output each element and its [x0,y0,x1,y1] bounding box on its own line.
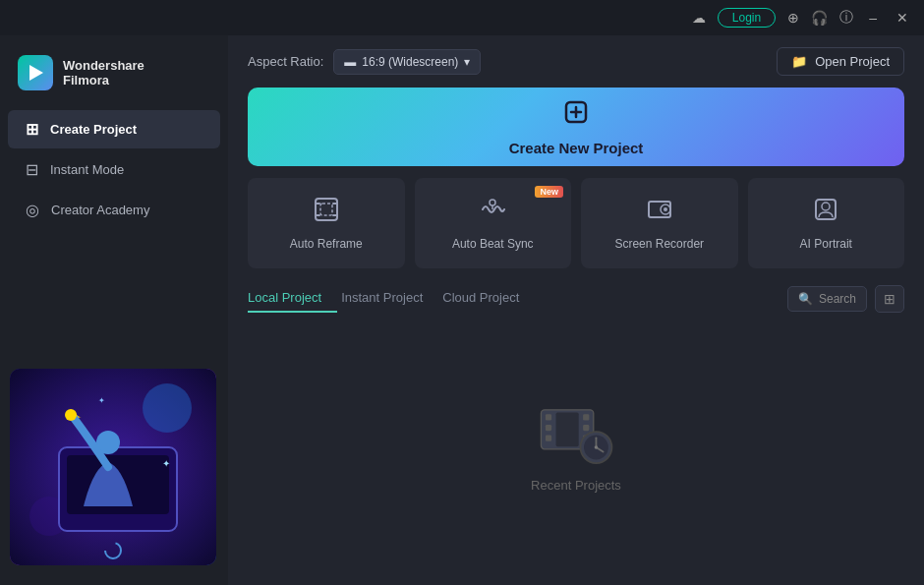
search-icon: 🔍 [798,292,813,306]
sidebar-illustration: ✦ ✦ ✦ [0,359,228,575]
svg-marker-0 [29,65,43,81]
title-bar: ☁ Login ⊕ 🎧 ⓘ – ✕ [0,0,924,35]
create-new-project-banner[interactable]: Create New Project [248,88,904,166]
sidebar-item-create-project-label: Create Project [50,122,137,137]
project-tabs: Local Project Instant Project Cloud Proj… [248,284,539,313]
feature-cards: Auto Reframe New Auto Beat Sync [248,178,904,268]
empty-state-label: Recent Projects [531,478,621,493]
logo-icon [18,55,53,90]
sidebar-item-creator-academy[interactable]: ◎ Creator Academy [8,191,220,229]
auto-reframe-label: Auto Reframe [290,237,363,251]
feature-card-auto-reframe[interactable]: Auto Reframe [248,178,405,268]
logo-text: Wondershare Filmora [63,58,144,88]
screen-recorder-label: Screen Recorder [614,237,704,251]
info-icon[interactable]: ⓘ [839,9,853,27]
grid-toggle-button[interactable]: ⊞ [875,285,904,313]
new-badge: New [535,186,563,198]
logo-subtitle: Filmora [63,73,144,88]
monitor-icon: ▬ [344,55,356,69]
creator-academy-icon: ◎ [26,201,39,219]
logo-title: Wondershare [63,58,144,73]
auto-beat-sync-label: Auto Beat Sync [452,237,534,251]
create-project-icon: ⊞ [26,120,38,139]
svg-point-2 [143,383,192,433]
chevron-down-icon: ▾ [464,55,470,69]
create-banner-label: Create New Project [509,140,644,156]
title-bar-icons: ☁ Login ⊕ 🎧 ⓘ – ✕ [692,8,912,28]
aspect-ratio-label: Aspect Ratio: [248,54,323,69]
search-placeholder: Search [819,292,856,306]
open-project-label: Open Project [815,54,890,69]
app-logo: Wondershare Filmora [0,45,228,110]
empty-state: Recent Projects [248,324,904,585]
svg-rect-27 [546,435,551,440]
ai-portrait-icon [812,196,839,229]
ai-portrait-label: AI Portrait [800,237,852,251]
svg-point-23 [822,203,830,210]
instant-mode-icon: ⊟ [26,160,38,179]
sidebar-item-instant-mode[interactable]: ⊟ Instant Mode [8,150,220,189]
open-project-button[interactable]: 📁 Open Project [777,47,904,76]
sidebar-item-instant-mode-label: Instant Mode [50,162,124,177]
screen-recorder-icon [646,196,673,229]
cloud-icon[interactable]: ☁ [692,10,706,26]
svg-rect-31 [556,412,579,446]
aspect-ratio-value: 16:9 (Widescreen) [362,55,458,69]
content-header: Aspect Ratio: ▬ 16:9 (Widescreen) ▾ 📁 Op… [228,35,924,88]
aspect-ratio-select[interactable]: ▬ 16:9 (Widescreen) ▾ [333,49,481,75]
project-section: Local Project Instant Project Cloud Proj… [228,284,924,585]
close-button[interactable]: ✕ [893,10,912,26]
main-layout: Wondershare Filmora ⊞ Create Project ⊟ I… [0,35,924,585]
grid-icon: ⊞ [884,291,895,307]
sidebar: Wondershare Filmora ⊞ Create Project ⊟ I… [0,35,228,585]
illustration-image: ✦ ✦ ✦ [10,369,216,565]
svg-point-17 [490,200,495,205]
sidebar-item-creator-academy-label: Creator Academy [51,203,149,217]
auto-reframe-icon [313,196,340,229]
svg-rect-28 [583,414,589,420]
svg-rect-15 [316,199,337,220]
svg-point-21 [664,207,667,211]
aspect-ratio-section: Aspect Ratio: ▬ 16:9 (Widescreen) ▾ [248,49,481,75]
minimize-button[interactable]: – [865,10,881,26]
content-area: Aspect Ratio: ▬ 16:9 (Widescreen) ▾ 📁 Op… [228,35,924,585]
tab-cloud-project[interactable]: Cloud Project [442,284,535,313]
svg-rect-29 [583,424,589,430]
feature-card-auto-beat-sync[interactable]: New Auto Beat Sync [415,178,572,268]
auto-beat-sync-icon [479,196,506,229]
svg-rect-16 [320,204,332,215]
svg-point-10 [65,409,77,421]
sidebar-item-create-project[interactable]: ⊞ Create Project [8,110,220,148]
folder-icon: 📁 [791,54,807,69]
tab-instant-project[interactable]: Instant Project [341,284,438,313]
project-tabs-row: Local Project Instant Project Cloud Proj… [248,284,904,313]
upload-icon[interactable]: ⊕ [787,10,799,26]
svg-rect-25 [546,414,551,420]
feature-card-ai-portrait[interactable]: AI Portrait [748,178,905,268]
search-box[interactable]: 🔍 Search [787,286,867,312]
svg-point-36 [595,445,599,449]
tab-actions: 🔍 Search ⊞ [787,285,904,313]
feature-card-screen-recorder[interactable]: Screen Recorder [581,178,738,268]
svg-rect-26 [546,424,551,430]
empty-state-icon [537,397,615,466]
headphone-icon[interactable]: 🎧 [811,10,828,26]
svg-text:✦: ✦ [98,396,105,405]
tab-local-project[interactable]: Local Project [248,284,337,313]
svg-text:✦: ✦ [162,458,170,469]
login-button[interactable]: Login [718,8,776,28]
add-project-icon [562,98,590,132]
